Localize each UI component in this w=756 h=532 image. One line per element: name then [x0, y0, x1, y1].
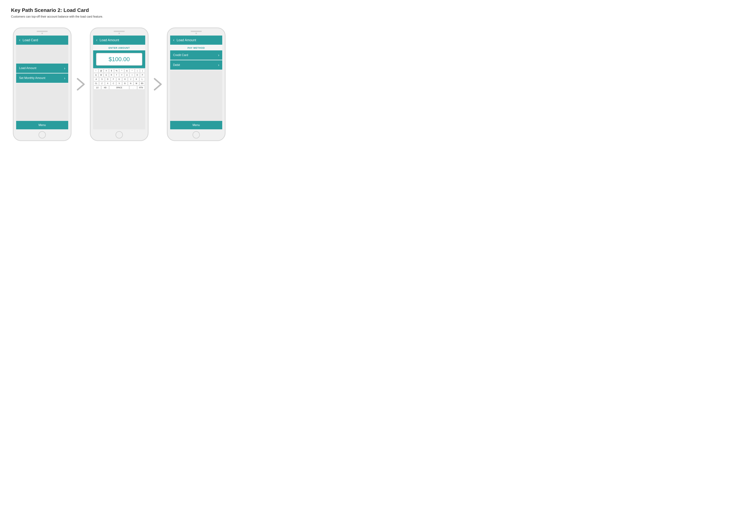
key-x[interactable]: X	[105, 82, 110, 85]
key-g[interactable]: G	[117, 77, 122, 81]
chevron-right-icon-debit: ›	[218, 63, 219, 67]
key-n[interactable]: N	[128, 82, 133, 85]
arrow-chevron-icon-2	[153, 78, 163, 91]
key-m[interactable]: M	[134, 82, 139, 85]
phone1-header: ‹ Load Card	[16, 36, 68, 45]
chevron-right-icon-set-monthly: ›	[64, 76, 65, 80]
phone3-home-button[interactable]	[193, 131, 200, 139]
key-p[interactable]: P	[140, 73, 145, 77]
phone-speaker-1	[37, 31, 48, 32]
enter-amount-label: ENTER AMOUNT	[93, 45, 145, 50]
key-y[interactable]: Y	[120, 73, 124, 77]
phone1-set-monthly-item[interactable]: Set Monthly Amount ›	[16, 73, 68, 83]
key-c[interactable]: C	[111, 82, 116, 85]
key-h[interactable]: H	[122, 77, 128, 81]
back-chevron-icon-1[interactable]: ‹	[19, 38, 20, 42]
keyboard-row-5: 1/2 KB SPACE . RTN	[94, 86, 145, 89]
phone1-menu-label: Menu	[39, 123, 46, 127]
phone3-debit-item[interactable]: Debit ›	[170, 60, 222, 70]
phone1-spacer-bottom	[16, 83, 68, 121]
phone-speaker-2	[114, 31, 125, 32]
key-amp[interactable]: &	[124, 69, 129, 73]
phone1-menu-bar[interactable]: Menu	[16, 121, 68, 129]
key-k[interactable]: K	[134, 77, 139, 81]
key-s[interactable]: S	[99, 77, 104, 81]
amount-value-display[interactable]: $100.00	[96, 53, 142, 65]
chevron-right-icon-load-amount: ›	[64, 66, 65, 70]
key-at[interactable]: @	[99, 69, 103, 73]
phone1-set-monthly-label: Set Monthly Amount	[19, 76, 45, 80]
key-l[interactable]: L	[140, 77, 145, 81]
key-q[interactable]: Q	[94, 73, 98, 77]
back-chevron-icon-3[interactable]: ‹	[173, 38, 175, 42]
phone3-header: ‹ Load Amount	[170, 36, 222, 45]
phone1-spacer-top	[16, 45, 68, 63]
key-percent[interactable]: %	[114, 69, 119, 73]
key-v[interactable]: V	[117, 82, 122, 85]
key-dollar[interactable]: $	[109, 69, 114, 73]
phone-2: ‹ Load Amount ENTER AMOUNT $100.00 ! @ #…	[90, 28, 148, 141]
key-j[interactable]: J	[128, 77, 133, 81]
keyboard-row-4: CL Z X C V B N M BS	[94, 82, 145, 85]
key-hash[interactable]: #	[104, 69, 109, 73]
page-title: Key Path Scenario 2: Load Card	[11, 7, 228, 13]
keyboard-row-2: Q W E R T Y U I O P	[94, 73, 145, 77]
phone3-credit-card-label: Credit Card	[173, 54, 188, 57]
key-w[interactable]: W	[99, 73, 103, 77]
key-rparen[interactable]: )	[140, 69, 145, 73]
key-12[interactable]: 1/2	[94, 86, 101, 89]
key-rtn[interactable]: RTN	[137, 86, 145, 89]
phone1-load-amount-label: Load Amount	[19, 66, 36, 70]
key-u[interactable]: U	[124, 73, 129, 77]
phone-screen-3: ‹ Load Amount PAY METHOD Credit Card › D…	[170, 36, 222, 129]
page-subtitle: Customers can top-off their account bala…	[11, 15, 228, 18]
phone3-menu-label: Menu	[193, 123, 200, 127]
key-f[interactable]: F	[111, 77, 116, 81]
phone3-header-label: Load Amount	[176, 38, 196, 42]
keyboard-area: ! @ # $ % ^ & * ( ) Q W E R T	[93, 68, 145, 129]
phone3-debit-label: Debit	[173, 63, 180, 67]
phone-camera-2	[119, 33, 120, 34]
phone-camera-3	[196, 33, 197, 34]
arrow-1	[71, 78, 90, 91]
phones-row: ‹ Load Card Load Amount › Set Monthly Am…	[11, 28, 228, 141]
phone1-header-label: Load Card	[22, 38, 38, 42]
phone-3: ‹ Load Amount PAY METHOD Credit Card › D…	[167, 28, 226, 141]
key-kb[interactable]: KB	[101, 86, 109, 89]
phone1-home-button[interactable]	[39, 131, 46, 139]
back-chevron-icon-2[interactable]: ‹	[96, 38, 97, 42]
phone-1: ‹ Load Card Load Amount › Set Monthly Am…	[13, 28, 71, 141]
arrow-chevron-icon-1	[76, 78, 86, 91]
key-i[interactable]: I	[130, 73, 134, 77]
keyboard-row-3: A S D F G H J K L	[94, 77, 145, 81]
key-bs[interactable]: BS	[140, 82, 145, 85]
key-space[interactable]: SPACE	[109, 86, 129, 89]
key-lparen[interactable]: (	[135, 69, 140, 73]
key-a[interactable]: A	[94, 77, 99, 81]
key-e[interactable]: E	[104, 73, 109, 77]
key-r[interactable]: R	[109, 73, 114, 77]
chevron-right-icon-credit: ›	[218, 53, 219, 57]
key-b[interactable]: B	[122, 82, 128, 85]
key-t[interactable]: T	[114, 73, 119, 77]
phone3-credit-card-item[interactable]: Credit Card ›	[170, 50, 222, 60]
phone-screen-1: ‹ Load Card Load Amount › Set Monthly Am…	[16, 36, 68, 129]
keyboard-row-1: ! @ # $ % ^ & * ( )	[94, 69, 145, 73]
pay-method-label: PAY METHOD	[170, 45, 222, 50]
phone-speaker-3	[191, 31, 202, 32]
phone3-menu-bar[interactable]: Menu	[170, 121, 222, 129]
phone3-spacer	[170, 70, 222, 121]
key-period[interactable]: .	[129, 86, 137, 89]
phone2-header-label: Load Amount	[99, 38, 119, 42]
key-caret[interactable]: ^	[120, 69, 124, 73]
key-o[interactable]: O	[135, 73, 140, 77]
key-z[interactable]: Z	[99, 82, 104, 85]
key-star[interactable]: *	[130, 69, 134, 73]
key-exclaim[interactable]: !	[94, 69, 98, 73]
phone2-header: ‹ Load Amount	[93, 36, 145, 45]
key-d[interactable]: D	[105, 77, 110, 81]
phone2-home-button[interactable]	[116, 131, 123, 139]
arrow-2	[148, 78, 167, 91]
phone1-load-amount-item[interactable]: Load Amount ›	[16, 63, 68, 73]
key-cl[interactable]: CL	[94, 82, 99, 85]
